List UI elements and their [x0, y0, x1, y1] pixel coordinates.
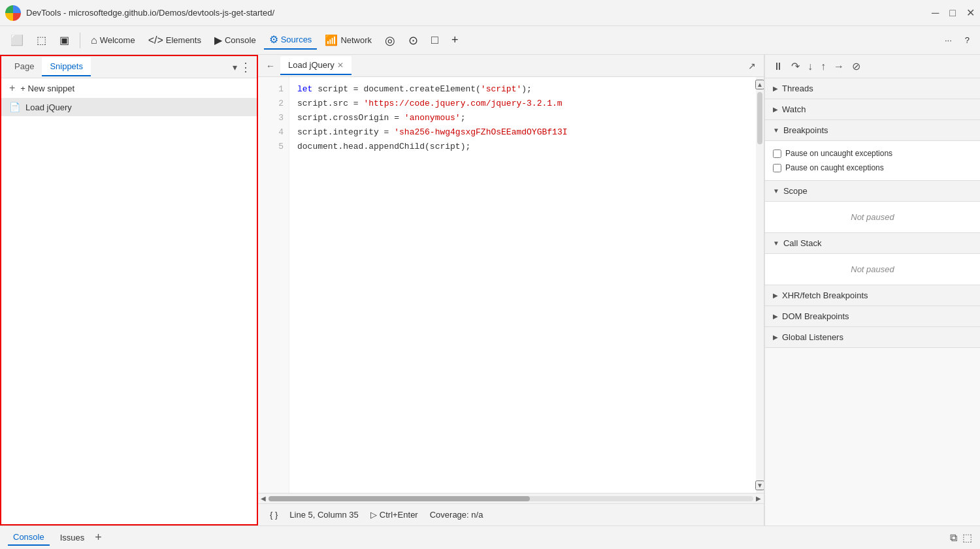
devtools-toggle-1[interactable]: ⬜: [5, 31, 29, 49]
scroll-up-btn[interactable]: ▲: [755, 80, 764, 89]
help-btn[interactable]: ?: [960, 33, 975, 48]
title-bar-left: DevTools - microsoftedge.github.io/Demos…: [5, 5, 274, 21]
maximize-button[interactable]: □: [949, 7, 956, 19]
browser-icon: [5, 5, 21, 21]
deactivate-breakpoints-btn[interactable]: ⊘: [849, 59, 863, 74]
tab-sources[interactable]: ⚙ Sources: [264, 31, 318, 50]
format-btn[interactable]: { }: [266, 509, 282, 521]
threads-section-header[interactable]: ▶ Threads: [765, 78, 980, 99]
dom-section-header[interactable]: ▶ DOM Breakpoints: [765, 306, 980, 327]
tab-elements[interactable]: </> Elements: [143, 32, 206, 49]
editor-tab-close-icon[interactable]: ✕: [337, 61, 344, 70]
welcome-icon: ⌂: [91, 35, 97, 46]
close-button[interactable]: ✕: [966, 7, 975, 19]
devtools-toggle-3[interactable]: ▣: [54, 31, 74, 49]
pause-caught-checkbox[interactable]: [773, 164, 781, 172]
title-bar: DevTools - microsoftedge.github.io/Demos…: [0, 0, 980, 26]
step-into-btn[interactable]: ↓: [805, 59, 815, 74]
minimize-button[interactable]: ─: [932, 7, 939, 19]
network-label: Network: [340, 35, 372, 45]
panel-list: + + New snippet 📄 Load jQuery: [1, 78, 257, 524]
pause-uncaught-checkbox[interactable]: [773, 149, 781, 158]
bottom-tab-issues[interactable]: Issues: [55, 530, 90, 545]
code-area: 1 2 3 4 5 let script = document.createEl…: [258, 77, 764, 493]
devtools-toggle-2[interactable]: ⬚: [31, 31, 52, 49]
editor-tab-load-jquery[interactable]: Load jQuery ✕: [280, 56, 351, 75]
line-numbers: 1 2 3 4 5: [258, 77, 289, 493]
performance-icon-btn[interactable]: ◎: [380, 31, 400, 50]
bottom-add-tab-btn[interactable]: +: [95, 531, 102, 544]
scroll-thumb[interactable]: [757, 92, 762, 144]
scope-section-content: Not paused: [765, 202, 980, 233]
run-label: Ctrl+Enter: [380, 510, 418, 520]
tab-welcome[interactable]: ⌂ Welcome: [86, 32, 140, 49]
format-icon: { }: [270, 510, 278, 520]
threads-triangle: ▶: [773, 85, 778, 92]
panel-tab-more[interactable]: ⋮: [240, 60, 252, 74]
snippet-load-jquery[interactable]: 📄 Load jQuery: [1, 98, 257, 116]
code-editor[interactable]: let script = document.createElement('scr…: [289, 77, 756, 493]
elements-label: Elements: [166, 35, 201, 45]
status-bar: { } Line 5, Column 35 ▷ Ctrl+Enter Cover…: [258, 503, 764, 525]
call-stack-label: Call Stack: [783, 238, 822, 248]
tab-snippets[interactable]: Snippets: [42, 57, 91, 76]
horizontal-scrollbar: ◀ ▶: [258, 493, 764, 503]
pause-uncaught-label: Pause on uncaught exceptions: [785, 149, 892, 158]
add-tab-btn[interactable]: +: [446, 31, 464, 50]
scope-section-header[interactable]: ▼ Scope: [765, 181, 980, 202]
tab-page[interactable]: Page: [7, 57, 42, 76]
step-out-btn[interactable]: ↑: [818, 59, 828, 74]
editor-tab-label: Load jQuery: [288, 60, 335, 70]
run-icon: ▷: [370, 510, 377, 520]
panel-tab-dropdown[interactable]: ▾: [233, 62, 237, 72]
watch-section-header[interactable]: ▶ Watch: [765, 99, 980, 120]
snippet-file-icon: 📄: [9, 102, 20, 112]
line-num-1: 1: [258, 82, 289, 97]
right-toolbar: ⏸ ↷ ↓ ↑ → ⊘: [765, 55, 980, 78]
dock-btn[interactable]: ⧉: [950, 531, 957, 544]
right-panel: ⏸ ↷ ↓ ↑ → ⊘ ▶ Threads ▶ Watch ▼ Breakpoi…: [764, 55, 980, 525]
pause-btn[interactable]: ⏸: [770, 59, 786, 74]
h-scroll-thumb[interactable]: [269, 496, 530, 501]
pause-uncaught-item: Pause on uncaught exceptions: [773, 146, 972, 161]
welcome-label: Welcome: [100, 35, 135, 45]
coverage-status: Coverage: n/a: [430, 510, 483, 520]
vertical-scrollbar[interactable]: ▲ ▼: [756, 77, 764, 493]
line-num-4: 4: [258, 125, 289, 140]
line-num-5: 5: [258, 140, 289, 154]
pause-caught-label: Pause on caught exceptions: [785, 163, 884, 172]
application-icon-btn[interactable]: □: [426, 31, 444, 50]
bottom-bar: Console Issues + ⧉ ⬚: [0, 525, 980, 549]
watch-triangle: ▶: [773, 106, 778, 113]
overflow-btn[interactable]: ···: [939, 33, 957, 48]
breakpoints-label: Breakpoints: [783, 125, 828, 135]
new-snippet-item[interactable]: + + New snippet: [1, 78, 257, 98]
global-listeners-section-header[interactable]: ▶ Global Listeners: [765, 327, 980, 348]
sources-icon: ⚙: [269, 33, 278, 46]
left-panel: Page Snippets ▾ ⋮ + + New snippet 📄 Load…: [0, 55, 258, 525]
h-scroll-right-btn[interactable]: ▶: [756, 495, 761, 502]
editor-back-btn[interactable]: ←: [261, 58, 280, 74]
tab-network[interactable]: 📶 Network: [319, 31, 377, 49]
undock-btn[interactable]: ⬚: [962, 531, 972, 544]
scroll-down-btn[interactable]: ▼: [755, 480, 764, 490]
tab-console[interactable]: ▶ Console: [209, 31, 261, 49]
new-snippet-label: + New snippet: [20, 84, 74, 93]
step-btn[interactable]: →: [831, 59, 847, 74]
breakpoints-section-header[interactable]: ▼ Breakpoints: [765, 120, 980, 141]
h-scroll-left-btn[interactable]: ◀: [261, 495, 266, 502]
bottom-tab-console[interactable]: Console: [8, 529, 50, 546]
xhr-label: XHR/fetch Breakpoints: [782, 290, 868, 300]
call-stack-section-header[interactable]: ▼ Call Stack: [765, 233, 980, 254]
elements-icon: </>: [148, 35, 163, 46]
global-listeners-triangle: ▶: [773, 334, 778, 341]
call-stack-not-paused: Not paused: [773, 259, 972, 279]
run-snippet-btn[interactable]: ▷ Ctrl+Enter: [367, 509, 422, 521]
watch-label: Watch: [782, 104, 806, 114]
line-num-3: 3: [258, 111, 289, 125]
memory-icon-btn[interactable]: ⊙: [403, 31, 423, 50]
xhr-section-header[interactable]: ▶ XHR/fetch Breakpoints: [765, 285, 980, 306]
editor-expand-btn[interactable]: ↗: [743, 58, 761, 74]
line-num-2: 2: [258, 97, 289, 111]
step-over-btn[interactable]: ↷: [789, 59, 802, 74]
